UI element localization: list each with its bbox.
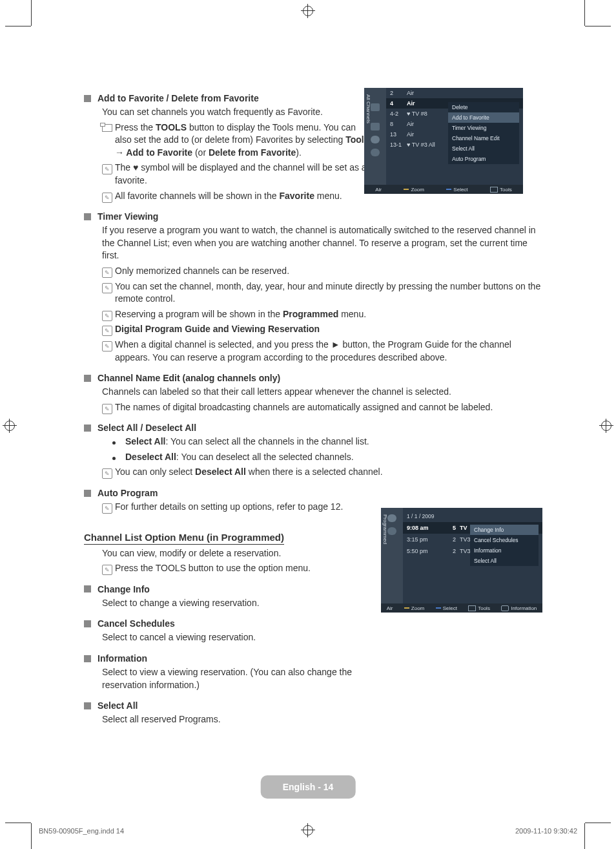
crop-mark <box>584 823 585 849</box>
osd-sidebar: Programmed <box>381 508 403 613</box>
note-icon: ✎ <box>102 283 112 293</box>
blue-dash-icon <box>446 189 451 190</box>
osd-bar-tools: Tools <box>468 605 490 611</box>
section-info-title: Information <box>84 653 542 664</box>
note-text: The names of digital broadcasting channe… <box>115 401 493 414</box>
note-icon: ✎ <box>102 404 112 414</box>
registration-mark-icon <box>3 419 17 433</box>
square-bullet-icon <box>84 620 91 627</box>
footer-file-info: BN59-00905F_eng.indd 14 <box>39 827 124 835</box>
square-bullet-icon <box>84 424 91 432</box>
crop-mark <box>31 823 32 849</box>
osd-tools-menu: Change InfoCancel SchedulesInformationSe… <box>470 525 539 566</box>
note-item: ✎You can only select Deselect All when t… <box>102 466 542 479</box>
blue-dash-icon <box>436 607 441 609</box>
info-mini-icon <box>501 605 509 611</box>
body-text: Select to cancel a viewing reservation. <box>102 631 542 644</box>
osd-channel-row: 2Air <box>386 88 523 98</box>
crop-mark <box>5 26 31 26</box>
bullet-text: Deselect All: You can deselect all the s… <box>125 451 354 464</box>
body-text: Channels can labeled so that their call … <box>102 386 542 399</box>
square-bullet-icon <box>84 585 91 592</box>
note-text: You can set the channel, month, day, yea… <box>115 280 542 306</box>
crop-mark <box>584 0 585 26</box>
osd-bar-select: Select <box>436 605 457 611</box>
note-icon: ✎ <box>102 468 112 479</box>
section-timer-title: Timer Viewing <box>84 211 542 222</box>
bullet-icon <box>112 441 116 445</box>
osd-bar-info: Information <box>501 605 537 611</box>
note-icon: ✎ <box>102 267 112 278</box>
heading-text: Auto Program <box>98 488 158 498</box>
crop-mark <box>31 0 32 26</box>
heading-text: Select All / Deselect All <box>98 423 196 433</box>
heart-icon <box>387 514 396 522</box>
osd-menu-item: Select All <box>448 143 519 154</box>
note-item: ✎Reserving a program will be shown in th… <box>102 308 542 321</box>
note-text: Only memorized channels can be reserved. <box>115 265 289 278</box>
osd-sidebar: All Channels <box>364 88 386 194</box>
note-icon: ✎ <box>102 326 112 336</box>
note-item: ✎You can set the channel, month, day, ye… <box>102 280 542 306</box>
note-text: Digital Program Guide and Viewing Reserv… <box>115 323 320 336</box>
heading-text: Cancel Schedules <box>98 618 175 629</box>
osd-menu-item: Auto Program <box>448 154 519 164</box>
heading-text: Channel Name Edit (analog channels only) <box>98 373 280 383</box>
note-text: Reserving a program will be shown in the… <box>115 308 366 321</box>
osd-bar-tools: Tools <box>490 187 512 193</box>
section-sa-title: Select All <box>84 700 542 711</box>
note-text: The ♥ symbol will be displayed and the c… <box>115 162 373 187</box>
note-item: ✎Only memorized channels can be reserved… <box>102 265 542 278</box>
heading-text: Information <box>98 653 147 664</box>
square-bullet-icon <box>84 702 91 709</box>
yellow-dash-icon <box>404 607 409 609</box>
osd-all-channels: All Channels 2Air4Air4-2♥ TV #88Air13Air… <box>364 88 523 194</box>
subsection-heading: Channel List Option Menu (in Programmed) <box>84 532 284 545</box>
osd-tools-menu: DeleteAdd to FavoriteTimer ViewingChanne… <box>448 102 519 164</box>
note-item: Press the TOOLS button to display the To… <box>102 121 373 160</box>
registration-mark-icon <box>599 419 613 433</box>
tools-mini-icon <box>490 187 498 193</box>
section-cne-title: Channel Name Edit (analog channels only) <box>84 373 542 383</box>
body-text: If you reserve a program you want to wat… <box>102 224 542 262</box>
note-icon: ✎ <box>102 193 112 203</box>
yellow-dash-icon <box>404 189 409 190</box>
section-cs-title: Cancel Schedules <box>84 618 542 629</box>
satellite-icon <box>371 103 380 111</box>
note-text: All favorite channels will be shown in t… <box>115 190 342 203</box>
note-icon: ✎ <box>102 311 112 321</box>
note-text: When a digital channel is selected, and … <box>115 339 542 364</box>
heading-text: Change Info <box>98 584 150 594</box>
note-text: You can only select Deselect All when th… <box>115 466 383 479</box>
body-text: You can set channels you watch frequentl… <box>102 106 360 119</box>
bullet-text: Select All: You can select all the chann… <box>125 435 369 448</box>
crop-mark <box>5 823 31 823</box>
osd-bottom-bar: Air Zoom Select Tools Information <box>381 603 542 613</box>
osd-date: 1 / 1 / 2009 <box>403 508 542 522</box>
square-bullet-icon <box>84 213 91 220</box>
crop-mark <box>585 823 611 823</box>
osd-menu-item: Add to Favorite <box>448 112 519 123</box>
osd-bar-zoom: Zoom <box>404 605 424 611</box>
osd-bar-zoom: Zoom <box>404 187 424 193</box>
note-text: For further details on setting up option… <box>115 501 343 514</box>
osd-menu-item: Cancel Schedules <box>470 535 539 545</box>
page-content: Add to Favorite / Delete from Favorite Y… <box>84 84 542 726</box>
crop-mark <box>585 26 611 26</box>
osd-bottom-bar: Air Zoom Select Tools <box>364 185 523 194</box>
heart-icon <box>371 136 380 143</box>
section-auto-title: Auto Program <box>84 488 542 498</box>
osd-menu-item: Information <box>470 545 539 556</box>
note-icon: ✎ <box>102 341 112 351</box>
footer-timestamp: 2009-11-10 9:30:42 <box>515 827 577 835</box>
body-text: Select all reserved Programs. <box>102 713 542 726</box>
osd-bar-source: Air <box>375 187 382 193</box>
osd-bar-select: Select <box>446 187 467 193</box>
page-number-pill: English - 14 <box>261 775 356 799</box>
clock-icon <box>387 527 396 535</box>
note-icon: ✎ <box>102 164 112 174</box>
note-item: ✎Digital Program Guide and Viewing Reser… <box>102 323 542 336</box>
heading-text: Timer Viewing <box>98 211 158 222</box>
osd-menu-item: Change Info <box>470 525 539 535</box>
heading-text: Add to Favorite / Delete from Favorite <box>98 93 259 103</box>
